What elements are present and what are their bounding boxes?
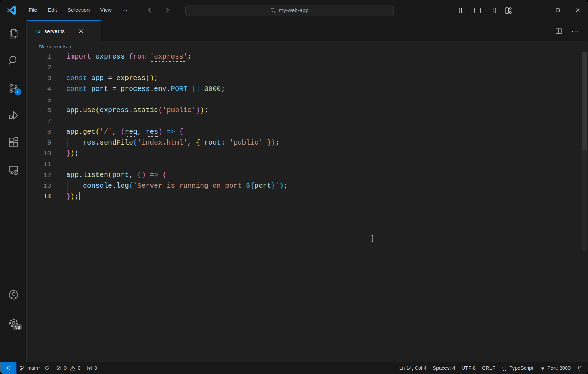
toggle-secondary-sidebar-icon[interactable] bbox=[489, 7, 496, 14]
line-col-text: Ln 14, Col 4 bbox=[399, 365, 426, 371]
remote-explorer-button[interactable] bbox=[8, 165, 19, 175]
close-button[interactable] bbox=[568, 0, 588, 20]
encoding-status[interactable]: UTF-8 bbox=[458, 362, 479, 374]
code-token: ( bbox=[95, 106, 100, 114]
vertical-scrollbar[interactable] bbox=[582, 52, 587, 150]
search-icon bbox=[8, 55, 19, 66]
code-token: ${ bbox=[246, 182, 254, 190]
code-line-content: }); bbox=[66, 192, 80, 202]
run-debug-button[interactable] bbox=[8, 110, 19, 120]
line-number[interactable]: 10 bbox=[27, 148, 51, 159]
code-token: ; bbox=[75, 193, 79, 201]
vscode-window: File Edit Selection View ··· my-web-app bbox=[0, 0, 588, 374]
customize-layout-icon[interactable] bbox=[505, 7, 512, 14]
menu-selection[interactable]: Selection bbox=[62, 5, 95, 15]
tab-label: server.ts bbox=[44, 28, 65, 34]
bell-icon bbox=[577, 365, 582, 371]
breadcrumbs: TS server.ts › … bbox=[27, 41, 588, 52]
line-number[interactable]: 1 bbox=[27, 52, 51, 62]
code-token bbox=[200, 139, 204, 147]
remote-icon bbox=[6, 365, 11, 371]
encoding-text: UTF-8 bbox=[462, 365, 476, 371]
line-number[interactable]: 7 bbox=[27, 116, 51, 127]
minimize-button[interactable] bbox=[528, 0, 548, 20]
vscode-logo-icon bbox=[7, 6, 16, 15]
code-token: , bbox=[112, 128, 116, 136]
source-control-button[interactable]: 1 bbox=[8, 83, 19, 93]
menu-view[interactable]: View bbox=[95, 5, 117, 15]
code-line[interactable]: 12app.listen(port, () => { bbox=[27, 170, 588, 181]
code-line-content: const app = express(); bbox=[66, 73, 158, 84]
code-token: ; bbox=[284, 182, 288, 190]
code-token: { bbox=[162, 171, 167, 179]
line-number[interactable]: 3 bbox=[27, 73, 51, 84]
language-mode-status[interactable]: {} TypeScript bbox=[498, 362, 536, 374]
tab-close-button[interactable] bbox=[77, 28, 85, 35]
code-token: `Server is running on port bbox=[133, 182, 246, 190]
code-line[interactable]: 5 bbox=[27, 95, 588, 106]
explorer-button[interactable] bbox=[8, 29, 19, 39]
extensions-button[interactable] bbox=[8, 137, 19, 147]
navigate-forward-icon[interactable] bbox=[162, 6, 170, 14]
menu-file[interactable]: File bbox=[23, 5, 42, 15]
line-number[interactable]: 9 bbox=[27, 138, 51, 148]
code-line[interactable]: 1import express from 'express'; bbox=[27, 52, 588, 62]
ports-status[interactable]: 0 bbox=[84, 362, 100, 374]
code-line[interactable]: 3const app = express(); bbox=[27, 73, 588, 84]
line-number[interactable]: 6 bbox=[27, 105, 51, 116]
menu-edit[interactable]: Edit bbox=[42, 5, 62, 15]
line-number[interactable]: 12 bbox=[27, 170, 51, 181]
branch-status[interactable]: main* bbox=[16, 362, 53, 374]
line-number[interactable]: 13 bbox=[27, 181, 51, 192]
maximize-button[interactable] bbox=[548, 0, 568, 20]
breadcrumb-file[interactable]: server.ts bbox=[47, 44, 67, 49]
editor-more-actions[interactable]: ··· bbox=[571, 27, 579, 35]
code-token: . bbox=[167, 85, 171, 93]
code-line[interactable]: 6app.use(express.static('public')); bbox=[27, 105, 588, 116]
code-line[interactable]: 8app.get('/', (req, res) => { bbox=[27, 127, 588, 138]
toggle-panel-icon[interactable] bbox=[474, 7, 481, 14]
files-icon bbox=[8, 29, 19, 39]
code-line[interactable]: 2 bbox=[27, 62, 588, 73]
line-number[interactable]: 8 bbox=[27, 127, 51, 138]
tab-server-ts[interactable]: TS server.ts bbox=[27, 20, 101, 41]
code-token: . bbox=[79, 106, 83, 114]
notifications-button[interactable] bbox=[574, 362, 586, 374]
settings-button[interactable]: VS bbox=[8, 318, 19, 328]
problems-status[interactable]: 0 0 bbox=[53, 362, 84, 374]
remote-indicator[interactable] bbox=[0, 362, 16, 374]
forwarded-port-status[interactable]: Port: 3000 bbox=[536, 362, 574, 374]
eol-status[interactable]: CRLF bbox=[479, 362, 498, 374]
cursor-position-status[interactable]: Ln 14, Col 4 bbox=[396, 362, 430, 374]
code-line[interactable]: 9 res.sendFile('index.html', { root: 'pu… bbox=[27, 138, 588, 148]
line-number[interactable]: 2 bbox=[27, 62, 51, 73]
code-line[interactable]: 4const port = process.env.PORT || 3000; bbox=[27, 84, 588, 95]
search-view-button[interactable] bbox=[8, 55, 19, 66]
code-line[interactable]: 14}); bbox=[27, 192, 588, 202]
line-number[interactable]: 4 bbox=[27, 84, 51, 95]
line-number[interactable]: 5 bbox=[27, 95, 51, 106]
code-token: ( bbox=[108, 171, 112, 179]
indentation-status[interactable]: Spaces: 4 bbox=[430, 362, 458, 374]
menu-more[interactable]: ··· bbox=[117, 5, 133, 15]
code-line[interactable]: 13 console.log(`Server is running on por… bbox=[27, 181, 588, 192]
line-number[interactable]: 14 bbox=[27, 192, 51, 202]
code-token: from bbox=[129, 53, 146, 61]
code-line[interactable]: 10}); bbox=[27, 148, 588, 159]
accounts-button[interactable] bbox=[8, 290, 19, 300]
code-line[interactable]: 11 bbox=[27, 159, 588, 170]
code-line[interactable]: 7 bbox=[27, 116, 588, 127]
breadcrumb-symbol-more[interactable]: … bbox=[74, 44, 79, 49]
warning-count: 0 bbox=[78, 365, 80, 371]
split-editor-icon[interactable] bbox=[555, 28, 562, 34]
toggle-primary-sidebar-icon[interactable] bbox=[459, 7, 466, 14]
line-number[interactable]: 11 bbox=[27, 159, 51, 170]
editor-group: TS server.ts ··· TS server.ts › … 1impor… bbox=[27, 20, 588, 362]
ports-count: 0 bbox=[94, 365, 97, 371]
command-center-search[interactable]: my-web-app bbox=[185, 5, 394, 16]
code-token bbox=[187, 85, 192, 93]
code-editor[interactable]: 1import express from 'express';23const a… bbox=[27, 52, 588, 362]
code-token bbox=[192, 139, 196, 147]
scrollbar-shadow bbox=[582, 150, 587, 251]
navigate-back-icon[interactable] bbox=[147, 6, 155, 14]
